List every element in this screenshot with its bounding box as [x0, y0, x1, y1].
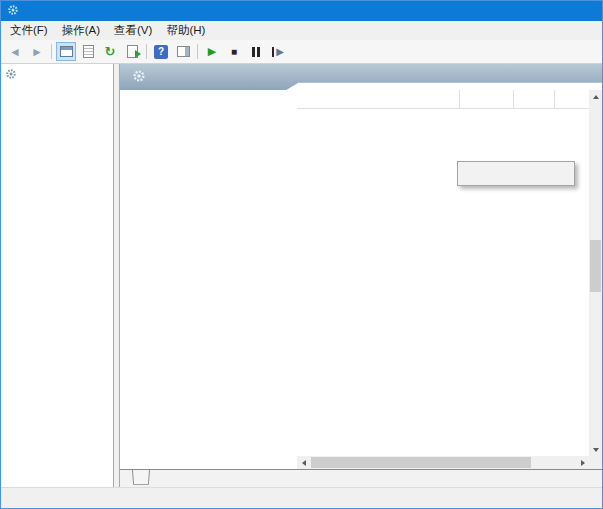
- services-icon: [132, 69, 146, 86]
- extended-info-pane: [120, 90, 297, 469]
- console-tree: [1, 64, 114, 487]
- services-window: 文件(F)操作(A)查看(V)帮助(H) ◄►↻?▶■▶: [0, 0, 603, 509]
- status-bar: [1, 487, 602, 508]
- scrollbar-corner: [589, 456, 602, 469]
- export-list-icon[interactable]: [122, 42, 142, 61]
- back-icon[interactable]: ◄: [5, 42, 25, 61]
- app-icon: [7, 4, 19, 18]
- view-tab[interactable]: [132, 470, 150, 487]
- panel-header: [120, 64, 602, 90]
- scroll-up-icon[interactable]: [589, 90, 602, 103]
- start-service-icon[interactable]: ▶: [202, 42, 222, 61]
- scroll-right-icon[interactable]: [576, 456, 589, 469]
- toolbar: ◄►↻?▶■▶: [1, 40, 602, 64]
- services-list: [297, 90, 602, 469]
- action-pane-icon[interactable]: [173, 42, 193, 61]
- stop-service-icon[interactable]: ■: [224, 42, 244, 61]
- horizontal-scrollbar[interactable]: [297, 456, 589, 469]
- scroll-left-icon[interactable]: [297, 456, 310, 469]
- forward-icon[interactable]: ►: [27, 42, 47, 61]
- context-menu: [457, 161, 575, 186]
- toolbar-separator: [195, 42, 200, 61]
- sidebar-item-services-local[interactable]: [1, 64, 113, 82]
- view-tabs: [120, 469, 602, 487]
- services-icon: [5, 68, 17, 82]
- services-panel: [119, 64, 602, 487]
- vertical-scrollbar[interactable]: [589, 90, 602, 456]
- menu-bar: 文件(F)操作(A)查看(V)帮助(H): [1, 21, 602, 40]
- main-area: [1, 64, 602, 487]
- titlebar: [1, 1, 602, 21]
- list-header: [297, 90, 589, 109]
- show-console-tree-icon[interactable]: [56, 42, 76, 61]
- column-header-description[interactable]: [460, 90, 514, 108]
- vertical-scroll-thumb[interactable]: [590, 240, 601, 292]
- help-icon[interactable]: ?: [151, 42, 171, 61]
- horizontal-scroll-thumb[interactable]: [311, 457, 531, 468]
- pause-service-icon[interactable]: [246, 42, 266, 61]
- column-header-name[interactable]: [297, 90, 460, 108]
- restart-service-icon[interactable]: ▶: [268, 42, 288, 61]
- menu-item[interactable]: 文件(F): [3, 21, 55, 40]
- toolbar-separator: [49, 42, 54, 61]
- menu-item[interactable]: 操作(A): [55, 21, 107, 40]
- refresh-icon[interactable]: ↻: [100, 42, 120, 61]
- toolbar-separator: [144, 42, 149, 61]
- column-header-status[interactable]: [514, 90, 555, 108]
- scroll-down-icon[interactable]: [589, 443, 602, 456]
- column-header-startup-type[interactable]: [555, 90, 589, 108]
- context-menu-item[interactable]: [458, 164, 574, 183]
- menu-item[interactable]: 查看(V): [107, 21, 159, 40]
- properties-icon[interactable]: [78, 42, 98, 61]
- menu-item[interactable]: 帮助(H): [159, 21, 212, 40]
